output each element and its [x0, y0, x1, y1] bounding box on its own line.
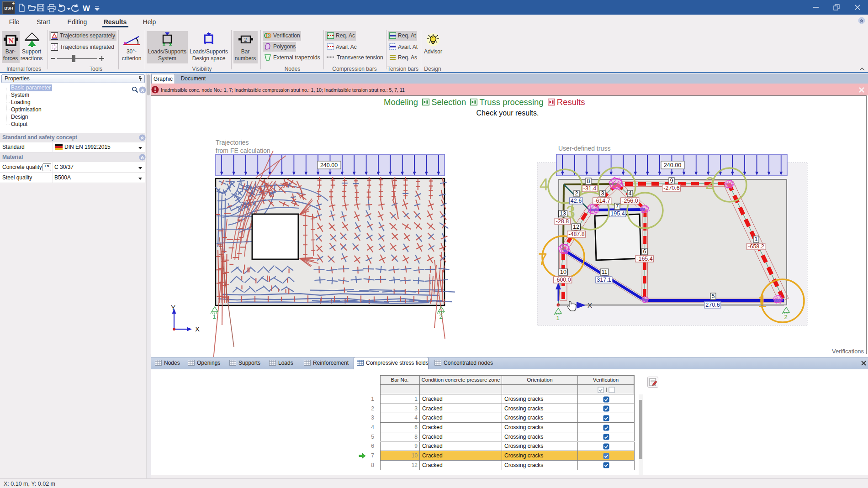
svg-text:2: 2: [439, 313, 442, 320]
svg-text:1: 1: [212, 313, 216, 320]
svg-text:240.00: 240.00: [664, 162, 681, 168]
svg-text:2: 2: [705, 174, 715, 193]
svg-text:4: 4: [540, 175, 549, 194]
svg-text:7: 7: [538, 250, 547, 269]
svg-text:X: X: [195, 325, 200, 333]
svg-text:240.00: 240.00: [320, 162, 338, 168]
svg-text:1: 1: [556, 315, 559, 321]
svg-text:from FE calculation: from FE calculation: [216, 147, 270, 154]
svg-text:X: X: [587, 301, 592, 309]
svg-text:User-defined truss: User-defined truss: [558, 145, 610, 152]
svg-text:2: 2: [784, 314, 787, 320]
svg-text:Trajectories: Trajectories: [216, 139, 249, 146]
svg-text:1: 1: [758, 292, 767, 311]
svg-text:Y: Y: [171, 304, 175, 311]
